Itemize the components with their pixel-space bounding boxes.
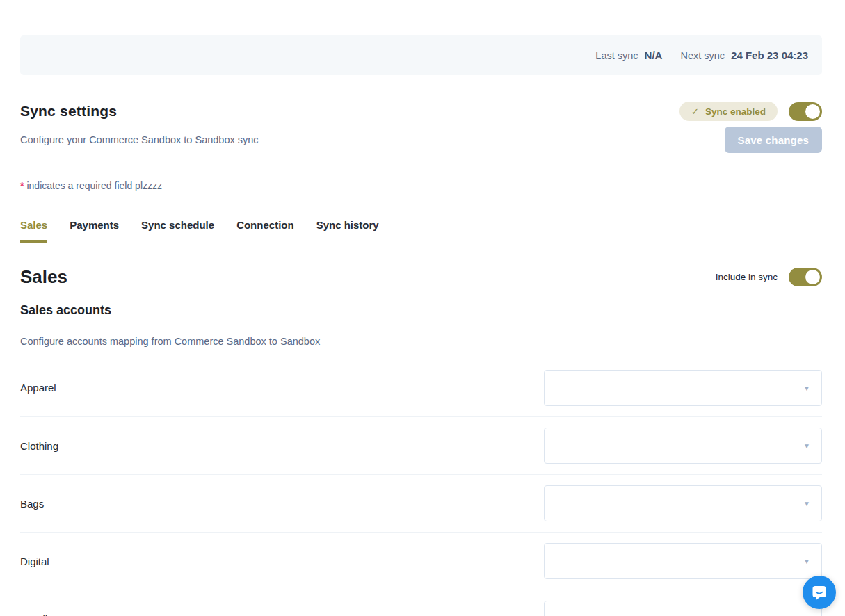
tab-payments[interactable]: Payments xyxy=(70,219,119,243)
account-mapping-row: Hoodies ▼ xyxy=(20,590,822,616)
check-icon: ✓ xyxy=(691,106,699,117)
account-row-label: Hoodies xyxy=(20,613,58,616)
account-row-label: Bags xyxy=(20,498,44,510)
account-select-clothing[interactable]: ▼ xyxy=(544,428,822,464)
required-asterisk: * xyxy=(20,180,24,191)
save-changes-button[interactable]: Save changes xyxy=(725,127,822,153)
tab-connection[interactable]: Connection xyxy=(236,219,294,243)
chevron-down-icon: ▼ xyxy=(803,500,810,508)
page-subtitle: Configure your Commerce Sandbox to Sandb… xyxy=(20,134,259,145)
include-in-sync-toggle[interactable] xyxy=(789,268,822,286)
account-select-bags[interactable]: ▼ xyxy=(544,485,822,521)
account-mapping-row: Clothing ▼ xyxy=(20,416,822,474)
tab-sync-history[interactable]: Sync history xyxy=(316,219,379,243)
required-note-text: indicates a required field plzzzz xyxy=(26,180,162,191)
account-row-label: Digital xyxy=(20,556,49,567)
chevron-down-icon: ▼ xyxy=(803,558,810,565)
sync-settings-page: Last sync N/A Next sync 24 Feb 23 04:23 … xyxy=(0,35,845,616)
page-title: Sync settings xyxy=(20,103,117,120)
account-mapping-row: Digital ▼ xyxy=(20,532,822,590)
account-select-digital[interactable]: ▼ xyxy=(544,543,822,579)
account-mapping-rows: Apparel ▼ Clothing ▼ Bags ▼ Digital ▼ Ho… xyxy=(20,359,822,616)
tab-sales[interactable]: Sales xyxy=(20,219,47,243)
subsection-title: Sales accounts xyxy=(20,303,822,318)
account-row-label: Apparel xyxy=(20,382,56,394)
subsection-description: Configure accounts mapping from Commerce… xyxy=(20,336,822,347)
account-select-hoodies[interactable]: ▼ xyxy=(544,601,822,616)
sync-enabled-toggle[interactable] xyxy=(789,102,822,121)
chat-launcher-button[interactable] xyxy=(803,576,836,609)
chevron-down-icon: ▼ xyxy=(803,442,810,450)
sync-enabled-badge-label: Sync enabled xyxy=(705,106,766,117)
next-sync-value: 24 Feb 23 04:23 xyxy=(731,49,808,61)
section-title: Sales xyxy=(20,266,67,288)
chat-bubble-icon xyxy=(811,584,828,601)
sync-enabled-badge: ✓ Sync enabled xyxy=(679,102,778,121)
next-sync-label: Next sync xyxy=(680,50,725,61)
tabs: SalesPaymentsSync scheduleConnectionSync… xyxy=(20,219,822,243)
account-row-label: Clothing xyxy=(20,440,58,452)
account-mapping-row: Bags ▼ xyxy=(20,474,822,532)
chevron-down-icon: ▼ xyxy=(803,384,810,391)
include-in-sync-label: Include in sync xyxy=(716,272,778,282)
account-select-apparel[interactable]: ▼ xyxy=(544,370,822,406)
tab-sync-schedule[interactable]: Sync schedule xyxy=(141,219,214,243)
last-sync-label: Last sync xyxy=(595,50,638,61)
account-mapping-row: Apparel ▼ xyxy=(20,359,822,416)
last-sync-value: N/A xyxy=(645,49,663,61)
required-field-note: *indicates a required field plzzzz xyxy=(20,180,822,191)
sync-status-bar: Last sync N/A Next sync 24 Feb 23 04:23 xyxy=(20,35,822,75)
